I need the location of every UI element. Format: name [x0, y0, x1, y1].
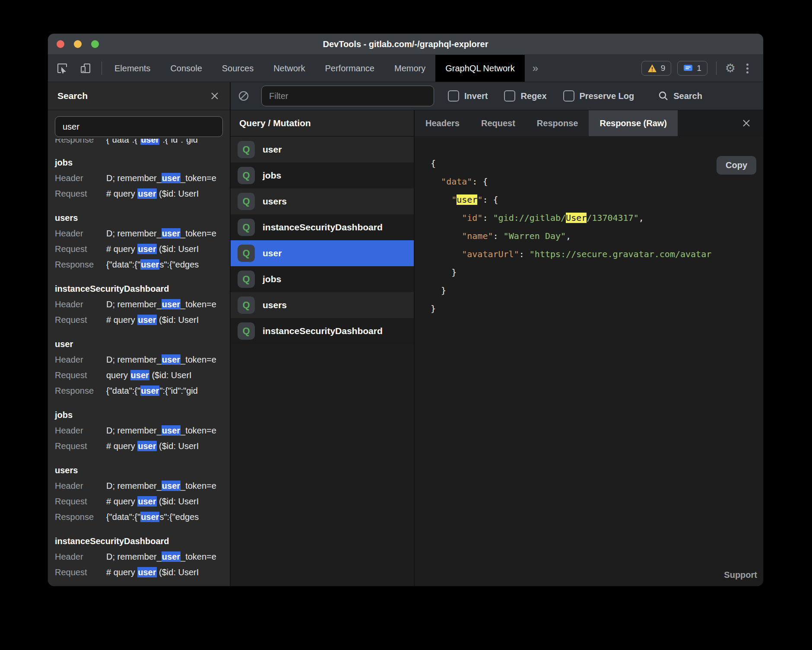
search-result-row[interactable]: Response{"data":{"user":{"id":"gid: [55, 139, 230, 146]
device-toolbar-icon[interactable]: [79, 62, 92, 75]
window-title: DevTools - gitlab.com/-/graphql-explorer: [323, 39, 488, 49]
search-result-row[interactable]: HeaderD; remember_user_token=e: [55, 423, 230, 438]
zoom-window-button[interactable]: [91, 40, 99, 48]
result-text: ($id: UserI: [149, 370, 192, 380]
search-result-row[interactable]: HeaderD; remember_user_token=e: [55, 226, 230, 241]
query-list-item-users[interactable]: Qusers: [231, 292, 414, 318]
json-token: [431, 194, 451, 205]
json-line: "name": "Warren Day",: [431, 227, 763, 245]
search-panel: Search Response{"data":{"user":{"id":"gi…: [48, 82, 231, 586]
detail-tab-request[interactable]: Request: [470, 110, 526, 136]
search-result-row[interactable]: HeaderD; remember_user_token=e: [55, 352, 230, 367]
query-list-item-instancesecuritydashboard[interactable]: QinstanceSecurityDashboard: [231, 318, 414, 344]
close-detail-wrap: [730, 110, 763, 136]
search-result-row[interactable]: Response{"data":{"user":{"id":"gid: [55, 383, 230, 398]
match-highlight: user: [137, 441, 156, 451]
close-window-button[interactable]: [57, 40, 64, 48]
search-input[interactable]: [55, 116, 223, 137]
query-list-header: Query / Mutation: [231, 110, 414, 137]
search-result-group-title: users: [55, 210, 230, 226]
result-text: # query: [106, 497, 137, 506]
search-result-row[interactable]: Request# query user ($id: UserI: [55, 494, 230, 509]
support-link[interactable]: Support: [724, 570, 757, 580]
inspect-element-icon[interactable]: [56, 62, 69, 75]
json-token: [431, 176, 441, 187]
devtools-tab-memory[interactable]: Memory: [384, 55, 435, 82]
filter-checkbox-invert[interactable]: Invert: [448, 90, 488, 102]
clear-filter-icon[interactable]: [237, 89, 250, 102]
checkbox-regex[interactable]: [504, 90, 515, 102]
result-text: query: [106, 370, 130, 380]
search-icon: [658, 91, 669, 101]
search-result-group: usersHeaderD; remember_user_token=eReque…: [55, 210, 230, 272]
messages-badge[interactable]: 1: [677, 61, 707, 76]
match-highlight: user: [137, 567, 156, 577]
query-type-badge: Q: [238, 271, 255, 288]
match-highlight: user: [162, 425, 181, 436]
query-list-item-user[interactable]: Quser: [231, 137, 414, 162]
more-tabs-icon[interactable]: »: [525, 55, 546, 82]
match-highlight: user: [137, 496, 156, 507]
search-control[interactable]: Search: [658, 91, 702, 101]
search-result-group-title: jobs: [55, 407, 230, 423]
lower-split: Query / Mutation QuserQjobsQusersQinstan…: [231, 110, 763, 586]
devtools-tab-graphql-network[interactable]: GraphQL Network: [435, 55, 524, 82]
json-token: ,: [639, 213, 644, 223]
devtools-tab-network[interactable]: Network: [263, 55, 315, 82]
search-result-row[interactable]: Request# query user ($id: UserI: [55, 438, 230, 454]
json-token: "avatarUrl": [462, 249, 519, 259]
minimize-window-button[interactable]: [74, 40, 82, 48]
detail-tab-headers[interactable]: Headers: [415, 110, 470, 136]
search-result-row[interactable]: Request# query user ($id: UserI: [55, 564, 230, 580]
devtools-tab-performance[interactable]: Performance: [315, 55, 385, 82]
warnings-badge[interactable]: 9: [641, 61, 672, 76]
checkbox-invert[interactable]: [448, 90, 459, 102]
search-result-row[interactable]: HeaderD; remember_user_token=e: [55, 296, 230, 312]
filter-checkbox-preserve-log[interactable]: Preserve Log: [563, 90, 634, 102]
detail-tab-response-raw[interactable]: Response (Raw): [589, 110, 678, 136]
json-token: ": [477, 194, 482, 205]
search-result-row[interactable]: HeaderD; remember_user_token=e: [55, 478, 230, 494]
settings-gear-icon[interactable]: ⚙: [725, 63, 736, 74]
result-text: ":{"id":"gid: [159, 386, 197, 395]
checkbox-preserve-log[interactable]: [563, 90, 574, 102]
search-result-row[interactable]: Request# query user ($id: UserI: [55, 241, 230, 257]
close-search-icon[interactable]: [209, 90, 220, 102]
copy-button[interactable]: Copy: [717, 156, 756, 175]
query-list-item-jobs[interactable]: Qjobs: [231, 266, 414, 292]
search-result-row[interactable]: HeaderD; remember_user_token=e: [55, 170, 230, 186]
query-list-item-user[interactable]: Quser: [231, 240, 414, 266]
more-options-icon[interactable]: [742, 63, 753, 74]
match-highlight: User: [566, 213, 587, 223]
toolbar-left-icons: [48, 55, 99, 82]
search-result-row[interactable]: Response{"data":{"users":{"edges: [55, 509, 230, 525]
devtools-tab-sources[interactable]: Sources: [212, 55, 263, 82]
filter-checkbox-regex[interactable]: Regex: [504, 90, 546, 102]
detail-tab-response[interactable]: Response: [526, 110, 589, 136]
search-result-row[interactable]: Requestquery user ($id: UserI: [55, 367, 230, 383]
search-result-row[interactable]: Request# query user ($id: UserI: [55, 312, 230, 328]
json-token: "https://secure.gravatar.com/avatar: [530, 249, 711, 259]
search-result-row[interactable]: HeaderD; remember_user_token=e: [55, 549, 230, 564]
close-detail-icon[interactable]: [741, 118, 752, 129]
search-result-row[interactable]: Request# query user ($id: UserI: [55, 186, 230, 201]
query-list-item-users[interactable]: Qusers: [231, 188, 414, 214]
query-list-item-jobs[interactable]: Qjobs: [231, 162, 414, 188]
search-result-row[interactable]: Response{"data":{"users":{"edges: [55, 257, 230, 272]
match-highlight: user: [162, 481, 181, 491]
result-text: _token=e: [181, 426, 216, 435]
query-type-badge: Q: [238, 322, 255, 340]
json-token: :: [493, 231, 504, 241]
query-list-panel: Query / Mutation QuserQjobsQusersQinstan…: [231, 110, 415, 586]
message-count: 1: [697, 64, 701, 73]
json-token: }: [431, 303, 436, 314]
query-list-item-instancesecuritydashboard[interactable]: QinstanceSecurityDashboard: [231, 214, 414, 240]
result-text: # query: [106, 189, 137, 198]
result-row-label: Request: [55, 564, 100, 580]
result-text: _token=e: [181, 229, 216, 238]
result-text: _token=e: [181, 173, 216, 183]
devtools-tab-elements[interactable]: Elements: [105, 55, 160, 82]
filter-input[interactable]: [261, 86, 434, 106]
result-text: ":{"id":"gid: [159, 139, 197, 144]
devtools-tab-console[interactable]: Console: [160, 55, 212, 82]
